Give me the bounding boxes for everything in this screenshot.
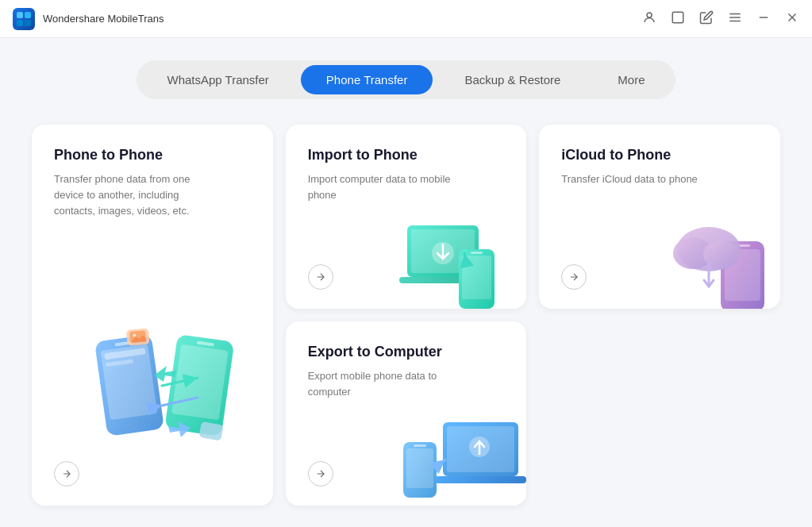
account-icon[interactable] (642, 10, 656, 27)
main-content: WhatsApp Transfer Phone Transfer Backup … (0, 38, 812, 527)
minimize-icon[interactable] (756, 10, 771, 27)
tab-backup[interactable]: Backup & Restore (439, 65, 586, 94)
nav-tabs: WhatsApp Transfer Phone Transfer Backup … (137, 60, 675, 99)
svg-rect-1 (25, 12, 31, 18)
svg-rect-2 (17, 20, 23, 26)
svg-rect-42 (406, 448, 433, 488)
cards-grid: Phone to Phone Transfer phone data from … (32, 125, 780, 506)
phone-to-phone-illustration (83, 318, 265, 493)
title-bar-controls (642, 10, 799, 27)
window-icon[interactable] (671, 10, 685, 27)
svg-rect-43 (414, 444, 426, 447)
close-icon[interactable] (785, 10, 799, 27)
card-icloud-to-phone[interactable]: iCloud to Phone Transfer iCloud data to … (539, 125, 780, 309)
svg-rect-3 (25, 20, 31, 26)
card-phone-to-phone-arrow[interactable] (54, 461, 79, 487)
card-import-to-phone[interactable]: Import to Phone Import computer data to … (286, 125, 527, 309)
app-name: Wondershare MobileTrans (43, 13, 164, 25)
card-import-arrow[interactable] (308, 264, 333, 290)
svg-rect-0 (17, 12, 23, 18)
tab-more[interactable]: More (592, 65, 670, 94)
svg-rect-46 (435, 476, 526, 483)
card-import-desc: Import computer data to mobile phone (308, 171, 467, 203)
card-phone-to-phone-title: Phone to Phone (54, 147, 251, 163)
card-icloud-title: iCloud to Phone (561, 147, 758, 163)
card-icloud-desc: Transfer iCloud data to phone (561, 171, 720, 187)
card-export-to-computer[interactable]: Export to Computer Export mobile phone d… (286, 321, 527, 506)
card-phone-to-phone-desc: Transfer phone data from one device to a… (54, 171, 213, 219)
icloud-illustration (661, 206, 772, 309)
card-export-title: Export to Computer (308, 344, 505, 360)
export-illustration (391, 402, 518, 506)
menu-icon[interactable] (728, 10, 742, 27)
app-icon (13, 8, 35, 30)
tab-whatsapp[interactable]: WhatsApp Transfer (141, 65, 294, 94)
card-export-desc: Export mobile phone data to computer (308, 368, 467, 400)
card-export-arrow[interactable] (308, 461, 333, 487)
edit-icon[interactable] (699, 10, 714, 27)
card-icloud-arrow[interactable] (561, 264, 587, 290)
svg-rect-5 (672, 12, 683, 23)
svg-rect-32 (471, 252, 483, 254)
import-illustration (391, 206, 518, 309)
tab-phone[interactable]: Phone Transfer (301, 65, 433, 94)
card-import-title: Import to Phone (308, 147, 505, 163)
svg-point-4 (647, 13, 652, 17)
title-bar-left: Wondershare MobileTrans (13, 8, 164, 30)
title-bar: Wondershare MobileTrans (0, 0, 812, 38)
card-phone-to-phone[interactable]: Phone to Phone Transfer phone data from … (32, 125, 273, 506)
